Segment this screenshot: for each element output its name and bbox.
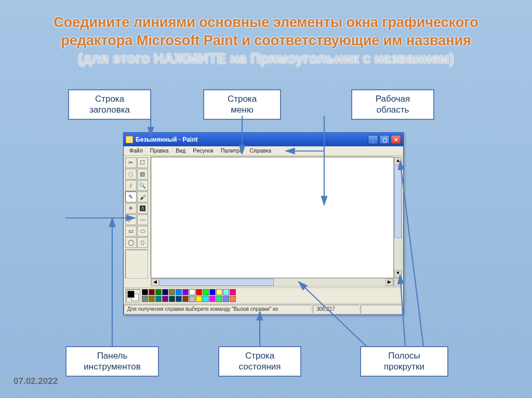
- color-swatch[interactable]: [216, 296, 222, 302]
- fg-color: [127, 291, 135, 298]
- color-swatch[interactable]: [196, 289, 202, 295]
- vscroll-thumb[interactable]: [394, 166, 402, 238]
- color-swatch[interactable]: [155, 296, 162, 302]
- maximize-button[interactable]: ▢: [379, 135, 390, 144]
- color-swatch[interactable]: [142, 289, 148, 295]
- tool-button[interactable]: 🔍: [137, 180, 149, 191]
- label-titlebar[interactable]: Строказаголовка: [68, 89, 151, 120]
- color-swatch[interactable]: [230, 289, 236, 295]
- current-colors[interactable]: [126, 289, 140, 303]
- tool-button[interactable]: 🅰: [137, 203, 149, 214]
- horizontal-scrollbar[interactable]: ◀ ▶: [151, 278, 394, 286]
- color-palette-row: [124, 287, 403, 303]
- window-title: Безымянный - Paint: [136, 136, 198, 143]
- color-swatch[interactable]: [223, 296, 229, 302]
- color-swatch[interactable]: [209, 296, 216, 302]
- color-swatch[interactable]: [155, 289, 162, 295]
- tool-button[interactable]: ✈: [125, 203, 137, 214]
- label-toolbox[interactable]: Панельинструментов: [65, 346, 159, 377]
- window-controls: _ ▢ ✕: [368, 135, 401, 144]
- menu-view[interactable]: Вид: [172, 146, 189, 155]
- hscroll-thumb[interactable]: [159, 279, 274, 286]
- tool-button[interactable]: ▧: [137, 169, 149, 180]
- status-bar: Для получения справки выберите команду "…: [124, 303, 403, 314]
- color-swatch[interactable]: [196, 296, 202, 302]
- menu-file[interactable]: Файл: [126, 146, 147, 155]
- status-coords: 306,217: [313, 305, 360, 314]
- menu-edit[interactable]: Правка: [147, 146, 172, 155]
- scroll-corner: [394, 278, 402, 286]
- exercise-title: Соедините линиями основные элементы окна…: [0, 0, 532, 68]
- tool-button[interactable]: /: [125, 180, 137, 191]
- label-statusbar[interactable]: Строкасостояния: [218, 346, 301, 377]
- tool-button[interactable]: ⬭: [137, 226, 149, 237]
- color-swatch[interactable]: [223, 289, 229, 295]
- menu-image[interactable]: Рисунок: [189, 146, 217, 155]
- color-swatch[interactable]: [162, 289, 168, 295]
- color-swatch[interactable]: [169, 296, 175, 302]
- minimize-button[interactable]: _: [368, 135, 378, 144]
- color-swatch[interactable]: [189, 289, 195, 295]
- color-swatch[interactable]: [230, 296, 236, 302]
- status-text: Для получения справки выберите команду "…: [124, 305, 312, 314]
- tool-button[interactable]: ▭: [125, 226, 137, 237]
- color-swatch[interactable]: [162, 296, 168, 302]
- label-scrollbars[interactable]: Полосыпрокрутки: [360, 346, 448, 377]
- color-swatch[interactable]: [203, 296, 209, 302]
- tool-options: [125, 250, 148, 279]
- scroll-up-button[interactable]: ▲: [394, 157, 402, 165]
- app-icon: [126, 136, 133, 143]
- color-swatch[interactable]: [176, 289, 182, 295]
- label-workarea[interactable]: Рабочаяобласть: [351, 89, 434, 120]
- tool-button[interactable]: 〰: [137, 214, 149, 225]
- tool-button[interactable]: ◯: [125, 237, 137, 248]
- color-swatch[interactable]: [149, 296, 155, 302]
- title-sub: (для этого НАЖМИТЕ на Прямоугольник с на…: [78, 51, 454, 66]
- titlebar: Безымянный - Paint _ ▢ ✕: [124, 133, 403, 146]
- color-swatch[interactable]: [189, 296, 195, 302]
- status-empty: [361, 305, 402, 314]
- scroll-left-button[interactable]: ◀: [151, 279, 159, 286]
- color-swatch[interactable]: [142, 296, 148, 302]
- tool-button[interactable]: ✎: [125, 191, 137, 202]
- tool-button[interactable]: ／: [125, 214, 137, 225]
- title-main: Соедините линиями основные элементы окна…: [54, 15, 478, 48]
- color-swatch[interactable]: [209, 289, 216, 295]
- color-swatch[interactable]: [182, 289, 189, 295]
- color-swatch[interactable]: [149, 289, 155, 295]
- canvas-area: ▲ ▼ ◀ ▶: [150, 156, 403, 287]
- menu-help[interactable]: Справка: [246, 146, 275, 155]
- tool-button[interactable]: ◌: [125, 169, 137, 180]
- menu-bar[interactable]: Файл Правка Вид Рисунок Палитра Справка: [124, 146, 403, 156]
- paint-window: Безымянный - Paint _ ▢ ✕ Файл Правка Вид…: [123, 132, 404, 315]
- canvas[interactable]: [151, 157, 394, 278]
- close-button[interactable]: ✕: [391, 135, 401, 144]
- label-menubar[interactable]: Строкаменю: [203, 89, 281, 120]
- tool-button[interactable]: ⬯: [137, 237, 149, 248]
- color-swatch[interactable]: [176, 296, 182, 302]
- scroll-right-button[interactable]: ▶: [385, 279, 393, 286]
- scroll-down-button[interactable]: ▼: [394, 270, 402, 278]
- slide-date: 07.02.2022: [14, 376, 58, 387]
- tool-button[interactable]: ✂: [125, 157, 137, 168]
- vertical-scrollbar[interactable]: ▲ ▼: [394, 157, 402, 278]
- menu-palette[interactable]: Палитра: [217, 146, 246, 155]
- color-swatch[interactable]: [216, 289, 222, 295]
- color-swatch[interactable]: [169, 289, 175, 295]
- tool-button[interactable]: ☐: [137, 157, 149, 168]
- color-palette[interactable]: [142, 289, 236, 302]
- color-swatch[interactable]: [182, 296, 189, 302]
- toolbox[interactable]: ✂☐◌▧/🔍✎🖌✈🅰／〰▭⬭◯⬯: [124, 156, 150, 287]
- color-swatch[interactable]: [203, 289, 209, 295]
- tool-button[interactable]: 🖌: [137, 191, 149, 202]
